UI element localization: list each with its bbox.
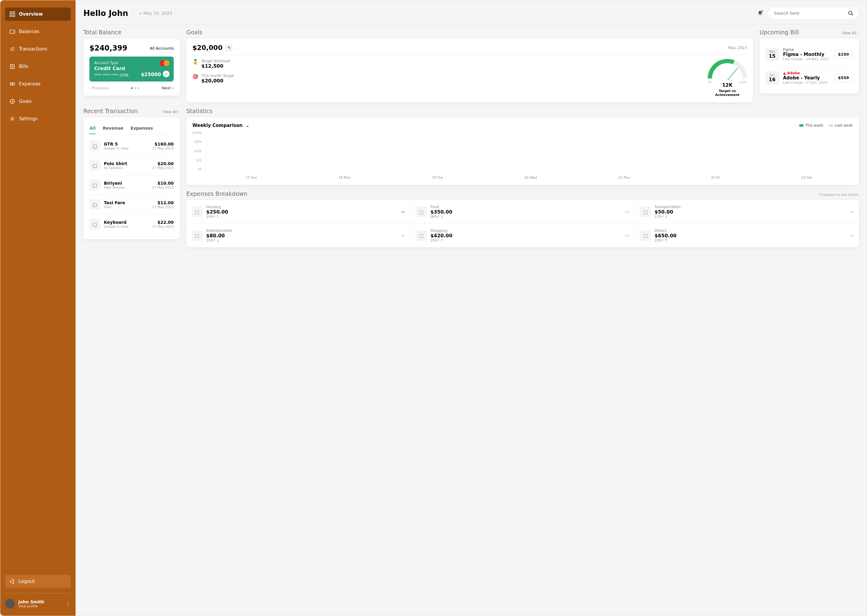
food-icon: ▢ xyxy=(416,206,427,217)
svg-point-8 xyxy=(12,83,13,85)
svg-point-12 xyxy=(849,11,852,14)
nav-transactions[interactable]: Transactions xyxy=(5,42,71,56)
tx-item[interactable]: ▢ Polo ShirtXL fashions $20.0017 May 202… xyxy=(90,156,174,175)
balance-card: $240,399 All Accounts Account Type Credi… xyxy=(84,39,180,96)
search-box[interactable] xyxy=(769,8,859,19)
target-achieved: $12,500 xyxy=(202,63,230,69)
expense-item[interactable]: ▢ Transportation $50.00 12%* ↓ → xyxy=(635,200,859,223)
goals-card: $20,000 ✎ May, 2023 🏅 Target Achieved $1… xyxy=(186,39,753,102)
trophy-icon: 🏅 xyxy=(192,59,199,69)
arrow-right-icon[interactable]: → xyxy=(850,233,853,239)
arrow-right-icon[interactable]: → xyxy=(401,233,405,239)
expense-item[interactable]: ▢ Food $350.00 08%* ↓ → xyxy=(411,200,635,223)
movie-icon: ▢ xyxy=(192,230,203,241)
svg-rect-0 xyxy=(10,12,12,14)
profile-sub: View profile xyxy=(18,604,44,608)
tab-revenue[interactable]: Revenue xyxy=(102,123,123,134)
building-icon: ▢ xyxy=(90,199,100,210)
nav-bills[interactable]: $ Bills xyxy=(5,60,71,73)
tab-all[interactable]: All xyxy=(90,123,95,134)
transactions-card: All Revenue Expenses ▢ GTR 5Gadget & Gea… xyxy=(84,117,180,239)
home-icon: ▢ xyxy=(192,206,203,217)
prev-button[interactable]: ‹ Previous xyxy=(90,86,109,90)
expenses-title: Expenses Breakdown xyxy=(186,190,247,197)
all-accounts-link[interactable]: All Accounts xyxy=(150,46,174,50)
search-input[interactable] xyxy=(774,11,845,16)
credit-card-tile[interactable]: Account Type Credit Card **** **** **** … xyxy=(90,57,174,82)
transfer-icon xyxy=(9,46,15,52)
nav-goals[interactable]: Goals xyxy=(5,95,71,108)
goal-gauge: $0 $20k 12K Target vs Achievement xyxy=(708,59,747,97)
money-icon xyxy=(9,81,15,87)
goal-month: May, 2023 xyxy=(728,46,747,50)
nav-settings[interactable]: Settings xyxy=(5,112,71,126)
arrow-right-icon[interactable]: → xyxy=(625,233,629,239)
tx-item[interactable]: ▢ BiriyaniHajir Biriyani $10.0017 May 20… xyxy=(90,175,174,195)
cc-amount: $25000 xyxy=(141,72,161,77)
receipt-icon: $ xyxy=(9,63,15,69)
bag-icon: ▢ xyxy=(416,230,427,241)
svg-point-10 xyxy=(12,101,13,102)
chevron-down-icon: ⌄ xyxy=(246,123,249,128)
edit-goal-button[interactable]: ✎ xyxy=(225,44,233,52)
tx-view-all[interactable]: View All › xyxy=(163,110,180,114)
goal-amount: $20,000 xyxy=(192,44,222,52)
arrow-right-icon[interactable]: → xyxy=(625,209,629,215)
main-content: Hello John » May 19, 2023 Total Balance … xyxy=(76,0,867,616)
bills-view-all[interactable]: View All › xyxy=(842,31,859,35)
weekly-chart: $250k$50k$10k$2k$0 xyxy=(192,131,853,173)
expense-item[interactable]: ▢ Entertainment $80.00 15%* ↓ → xyxy=(186,223,411,247)
nav-overview[interactable]: Overview xyxy=(5,8,71,21)
logout-label: Logout xyxy=(18,578,35,584)
arrow-right-icon[interactable]: → xyxy=(401,209,405,215)
expense-item[interactable]: ▢ Housing $250.00 15%* ↑ → xyxy=(186,200,411,223)
bus-icon: ▢ xyxy=(640,206,651,217)
nav-label: Balances xyxy=(19,29,39,34)
kebab-icon[interactable]: ⋮ xyxy=(65,601,71,607)
nav-balances[interactable]: Balances xyxy=(5,25,71,38)
expense-item[interactable]: ▢ Shopping $420.00 25%* ↑ → xyxy=(411,223,635,247)
nav-label: Bills xyxy=(19,64,28,69)
nav-label: Settings xyxy=(19,116,38,121)
goals-title: Goals xyxy=(186,29,753,36)
expenses-card: ▢ Housing $250.00 15%* ↑ → ▢ Food $350.0… xyxy=(186,200,859,247)
month-target: $20,000 xyxy=(202,78,234,83)
expense-item[interactable]: ▢ Others $650.00 23%* ↑ → xyxy=(635,223,859,247)
profile-section[interactable]: John Smith View profile ⋮ xyxy=(5,593,71,608)
avatar xyxy=(5,599,15,608)
next-button[interactable]: Next › xyxy=(162,86,174,90)
cc-type: Credit Card xyxy=(94,66,169,71)
arrow-right-icon[interactable]: → xyxy=(850,209,853,215)
open-card-icon[interactable]: ↗ xyxy=(163,71,169,77)
expenses-note: *Compare to last month xyxy=(819,193,859,197)
notification-bell[interactable] xyxy=(757,10,763,16)
nav-expenses[interactable]: Expenses xyxy=(5,77,71,91)
tab-expenses[interactable]: Expenses xyxy=(131,123,153,134)
target-icon xyxy=(9,98,15,104)
bills-card: May15 Figma Figma - Monthly Last Charge … xyxy=(760,39,859,94)
pager-dots xyxy=(131,87,139,89)
tx-title: Recent Transaction xyxy=(84,108,137,114)
tx-item[interactable]: ▢ KeyboardGadget & Gear $22.0017 May 202… xyxy=(90,214,174,234)
logout-button[interactable]: Logout xyxy=(5,575,71,588)
search-icon xyxy=(848,11,853,16)
bill-item[interactable]: Jun16 ▲ Adobe Adobe - Yearly Last Charge… xyxy=(766,66,853,88)
svg-point-11 xyxy=(11,118,13,120)
tx-item[interactable]: ▢ GTR 5Gadget & Gear $160.0017 May 2023 xyxy=(90,136,174,156)
profile-name: John Smith xyxy=(18,599,44,604)
bill-item[interactable]: May15 Figma Figma - Monthly Last Charge … xyxy=(766,44,853,64)
sidebar: Overview Balances Transactions $ Bills E… xyxy=(0,0,76,616)
target-icon: 🎯 xyxy=(192,74,199,83)
nav-label: Goals xyxy=(19,99,32,104)
header-date: » May 19, 2023 xyxy=(139,11,172,16)
stats-dropdown[interactable]: Weekly Comparison ⌄ xyxy=(192,123,249,128)
tx-item[interactable]: ▢ Taxi FareUber $12.0017 May 2023 xyxy=(90,195,174,214)
stats-card: Weekly Comparison ⌄ This week Last week … xyxy=(186,117,859,185)
svg-rect-2 xyxy=(10,15,12,17)
month-target-label: This month Target xyxy=(202,74,234,78)
mastercard-icon xyxy=(160,60,169,66)
stats-title: Statistics xyxy=(186,108,859,114)
nav-list: Overview Balances Transactions $ Bills E… xyxy=(5,8,71,575)
bills-title: Upcoming Bill xyxy=(760,29,799,36)
grid-icon: ▢ xyxy=(640,230,651,241)
